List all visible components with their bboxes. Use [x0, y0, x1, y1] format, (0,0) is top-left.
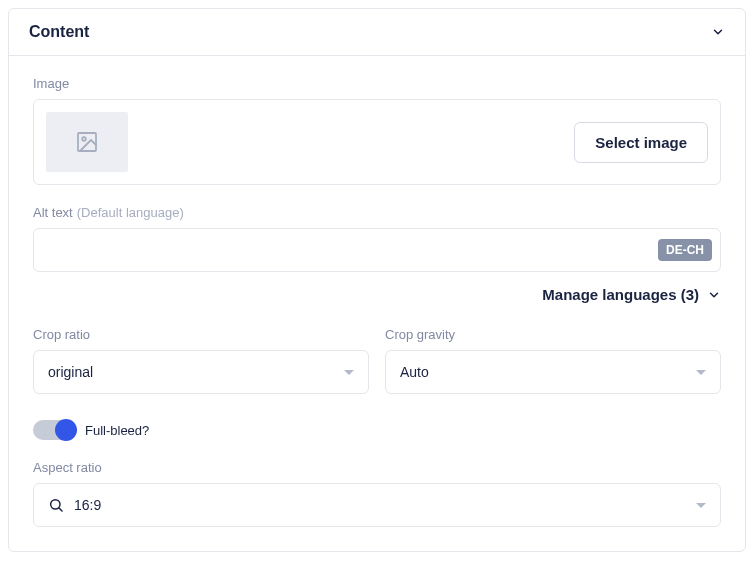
- crop-gravity-label: Crop gravity: [385, 327, 721, 342]
- aspect-ratio-label: Aspect ratio: [33, 460, 721, 475]
- crop-gravity-value: Auto: [400, 364, 429, 380]
- toggle-knob: [55, 419, 77, 441]
- panel-header[interactable]: Content: [9, 9, 745, 56]
- alt-text-label: Alt text (Default language): [33, 205, 721, 220]
- alt-text-label-sub: (Default language): [77, 205, 184, 220]
- aspect-ratio-field: Aspect ratio 16:9: [33, 460, 721, 527]
- caret-down-icon: [696, 370, 706, 375]
- image-label: Image: [33, 76, 721, 91]
- alt-text-input[interactable]: [46, 242, 658, 258]
- caret-down-icon: [344, 370, 354, 375]
- crop-ratio-label: Crop ratio: [33, 327, 369, 342]
- crop-ratio-select[interactable]: original: [33, 350, 369, 394]
- crop-gravity-select[interactable]: Auto: [385, 350, 721, 394]
- svg-point-1: [82, 137, 86, 141]
- search-icon: [48, 497, 64, 513]
- crop-gravity-field: Crop gravity Auto: [385, 327, 721, 394]
- caret-down-icon: [696, 503, 706, 508]
- svg-line-3: [59, 508, 62, 511]
- aspect-ratio-select[interactable]: 16:9: [33, 483, 721, 527]
- crop-ratio-field: Crop ratio original: [33, 327, 369, 394]
- full-bleed-toggle[interactable]: [33, 420, 75, 440]
- select-image-button[interactable]: Select image: [574, 122, 708, 163]
- alt-text-label-main: Alt text: [33, 205, 73, 220]
- alt-text-input-wrap: DE-CH: [33, 228, 721, 272]
- image-icon: [75, 130, 99, 154]
- locale-badge: DE-CH: [658, 239, 712, 261]
- manage-languages-button[interactable]: Manage languages (3): [33, 286, 721, 303]
- panel-body: Image Select image Alt text (Default lan…: [9, 56, 745, 551]
- aspect-ratio-value: 16:9: [74, 497, 686, 513]
- image-box: Select image: [33, 99, 721, 185]
- chevron-down-icon: [707, 288, 721, 302]
- crop-ratio-value: original: [48, 364, 93, 380]
- full-bleed-row: Full-bleed?: [33, 420, 721, 440]
- alt-text-field: Alt text (Default language) DE-CH Manage…: [33, 205, 721, 303]
- content-panel: Content Image Select image Alt text: [8, 8, 746, 552]
- panel-title: Content: [29, 23, 89, 41]
- chevron-down-icon: [711, 25, 725, 39]
- manage-languages-label: Manage languages (3): [542, 286, 699, 303]
- image-placeholder: [46, 112, 128, 172]
- crop-row: Crop ratio original Crop gravity Auto: [33, 327, 721, 394]
- image-field: Image Select image: [33, 76, 721, 185]
- full-bleed-label: Full-bleed?: [85, 423, 149, 438]
